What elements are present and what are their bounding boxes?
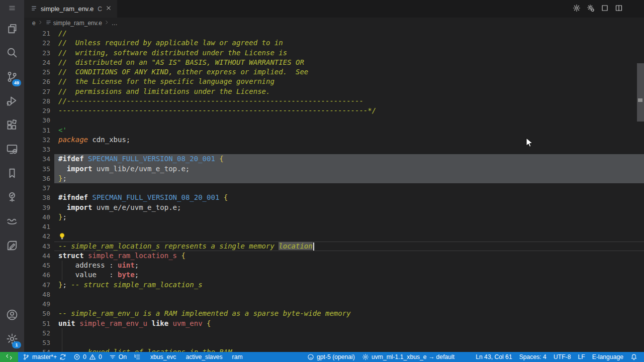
code-line-text[interactable]: struct simple_ram_location_s {: [54, 251, 644, 261]
line-number[interactable]: 48: [24, 290, 54, 299]
statusbar-remote-indicator[interactable]: [0, 352, 18, 362]
line-number[interactable]: 23: [24, 48, 54, 58]
code-line-text[interactable]: //--------------------------------------…: [54, 96, 644, 106]
lightbulb-icon[interactable]: [58, 232, 66, 240]
line-number[interactable]: 39: [24, 203, 54, 212]
activity-extensions[interactable]: [0, 114, 24, 138]
line-number[interactable]: 36: [24, 174, 54, 183]
line-number[interactable]: 29: [24, 106, 54, 115]
statusbar-toggle-on[interactable]: On: [106, 352, 130, 362]
code-line-text[interactable]: #ifdef SPECMAN_FULL_VERSION_08_20_001 {: [54, 154, 644, 164]
line-number[interactable]: 46: [24, 270, 54, 280]
code-line-text[interactable]: // distributed on an "AS IS" BASIS, WITH…: [54, 58, 644, 67]
statusbar-problems[interactable]: 00: [70, 352, 106, 362]
line-number[interactable]: 27: [24, 87, 54, 96]
code-line-text[interactable]: }; -- struct simple_ram_location_s: [54, 280, 644, 290]
line-number[interactable]: 41: [24, 222, 54, 231]
line-number[interactable]: 43: [24, 242, 54, 251]
code-line-text[interactable]: // the License for the specific language…: [54, 77, 644, 86]
line-number[interactable]: 33: [24, 145, 54, 154]
line-number[interactable]: 53: [24, 338, 54, 347]
statusbar-language-mode[interactable]: E-language: [589, 352, 627, 362]
line-number[interactable]: 31: [24, 126, 54, 135]
tab-simple-ram-env[interactable]: simple_ram_env.e C: [24, 0, 117, 18]
line-number[interactable]: 52: [24, 328, 54, 338]
line-number[interactable]: 50: [24, 309, 54, 318]
statusbar-notifications[interactable]: [627, 352, 641, 362]
scrollbar[interactable]: [637, 29, 644, 352]
activity-testing[interactable]: [0, 186, 24, 210]
code-line-text[interactable]: // permissions and limitations under the…: [54, 87, 644, 96]
code-line-text[interactable]: [54, 115, 644, 125]
line-number[interactable]: 54: [24, 347, 54, 352]
line-number[interactable]: 22: [24, 38, 54, 48]
statusbar-indentation[interactable]: Spaces: 4: [516, 352, 550, 362]
code-line-text[interactable]: };: [54, 212, 644, 222]
statusbar-eol-sequence[interactable]: LF: [574, 352, 588, 362]
statusbar-encoding[interactable]: UTF-8: [550, 352, 575, 362]
line-number[interactable]: 40: [24, 212, 54, 222]
activity-bookmarks[interactable]: [0, 162, 24, 186]
line-number[interactable]: 24: [24, 58, 54, 67]
code-line-text[interactable]: ----------------------------------------…: [54, 106, 644, 115]
activity-notes-extension[interactable]: [0, 234, 24, 259]
code-line-text[interactable]: unit simple_ram_env_u like uvm_env {: [54, 319, 644, 328]
gear-action-2-icon[interactable]: [587, 4, 595, 14]
statusbar-config-selector[interactable]: uvm_ml-1.1_xbus_e → default: [358, 352, 458, 362]
activity-additional-views[interactable]: [0, 259, 24, 283]
code-line-text[interactable]: [54, 290, 644, 299]
code-line-text[interactable]: address : uint;: [54, 261, 644, 270]
activity-manage-settings[interactable]: 1: [0, 328, 24, 352]
code-line-text[interactable]: };: [54, 174, 644, 183]
line-number[interactable]: 45: [24, 261, 54, 270]
statusbar-model-selector[interactable]: gpt-5 (openai): [304, 352, 358, 362]
open-preview-icon[interactable]: [601, 4, 609, 14]
line-number[interactable]: 47: [24, 280, 54, 290]
statusbar-scope-breadcrumb[interactable]: xbus_evcactive_slavesram: [130, 352, 246, 362]
code-line-text[interactable]: [54, 328, 644, 338]
line-number[interactable]: 51: [24, 319, 54, 328]
code-line-text[interactable]: [54, 338, 644, 347]
line-number[interactable]: 30: [24, 115, 54, 125]
code-line-text[interactable]: //: [54, 29, 644, 38]
activity-source-control[interactable]: 49: [0, 66, 24, 90]
code-line-text[interactable]: <': [54, 126, 644, 135]
gear-action-1-icon[interactable]: [573, 4, 581, 14]
line-number[interactable]: 32: [24, 135, 54, 145]
statusbar-cursor-position[interactable]: Ln 43, Col 61: [472, 352, 516, 362]
code-line-text[interactable]: [54, 299, 644, 309]
menu-button[interactable]: [0, 0, 24, 18]
line-number[interactable]: 37: [24, 183, 54, 193]
split-editor-icon[interactable]: [615, 4, 623, 14]
code-line-text[interactable]: [54, 183, 644, 193]
activity-run-and-debug[interactable]: [0, 90, 24, 114]
line-number[interactable]: 35: [24, 164, 54, 174]
activity-search[interactable]: [0, 42, 24, 66]
line-number[interactable]: 21: [24, 29, 54, 38]
code-line-text[interactable]: -- simple_ram_location_s represents a si…: [54, 242, 644, 251]
code-line-text[interactable]: [54, 222, 644, 231]
code-line-text[interactable]: [54, 145, 644, 154]
statusbar-git-branch[interactable]: master*+: [19, 352, 70, 362]
line-number[interactable]: 26: [24, 77, 54, 86]
code-line-text[interactable]: [54, 231, 644, 241]
code-line-text[interactable]: package cdn_xbus;: [54, 135, 644, 145]
close-icon[interactable]: [105, 5, 112, 13]
line-number[interactable]: 25: [24, 67, 54, 77]
activity-remote-explorer[interactable]: [0, 138, 24, 162]
breadcrumb-item[interactable]: …: [112, 20, 118, 27]
breadcrumb-item[interactable]: simple_ram_env.e: [45, 19, 102, 27]
activity-accounts[interactable]: [0, 304, 24, 328]
code-line-text[interactable]: #ifndef SPECMAN_FULL_VERSION_08_20_001 {: [54, 193, 644, 202]
code-line-text[interactable]: // CONDITIONS OF ANY KIND, either expres…: [54, 67, 644, 77]
line-number[interactable]: 44: [24, 251, 54, 261]
code-line-text[interactable]: // writing, software distributed under t…: [54, 48, 644, 58]
activity-explorer[interactable]: [0, 18, 24, 42]
statusbar-language-status[interactable]: [458, 352, 472, 362]
code-line-text[interactable]: -- simple_ram_env_u is a RAM implemented…: [54, 309, 644, 318]
code-line-text[interactable]: import uvm_lib/e/uvm_e_top.e;: [54, 164, 644, 174]
code-line-text[interactable]: import uvm_e/e/uvm_e_top.e;: [54, 203, 644, 212]
code-line-text[interactable]: // Unless required by applicable law or …: [54, 38, 644, 48]
breadcrumb-item[interactable]: e: [32, 20, 36, 27]
more-actions-icon[interactable]: [629, 4, 637, 14]
